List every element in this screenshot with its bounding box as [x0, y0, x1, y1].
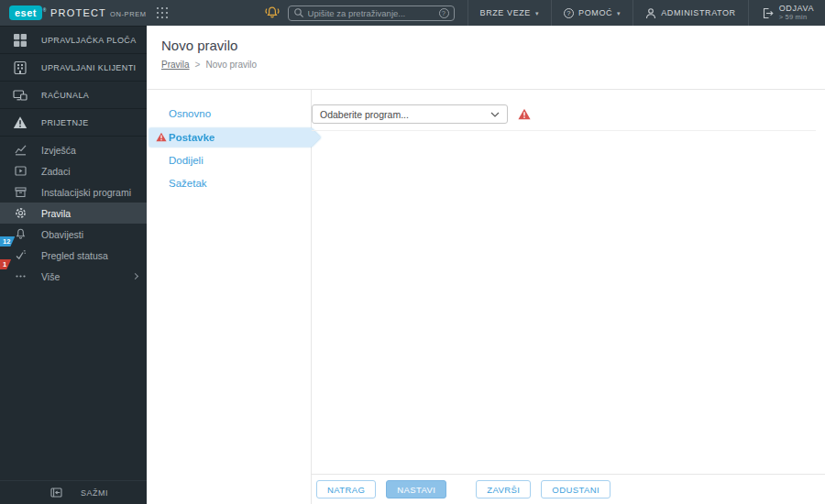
breadcrumb-link-pravila[interactable]: Pravila [161, 60, 190, 70]
sidebar-item-policies[interactable]: Pravila [0, 203, 147, 224]
logout-button[interactable]: ODJAVA > 59 min [748, 0, 825, 26]
sidebar-item-label: PRIJETNJE [41, 118, 89, 127]
wizard-step-osnovno[interactable]: Osnovno [147, 103, 311, 126]
user-icon [645, 7, 656, 19]
user-menu[interactable]: ADMINISTRATOR [632, 0, 747, 26]
policy-wizard: Osnovno Postavke Dodijeli Sažetak [147, 89, 825, 504]
quick-links-menu[interactable]: BRZE VEZE ▾ [468, 0, 552, 26]
sidebar-item-more[interactable]: Više [0, 266, 147, 287]
search-help-icon[interactable]: ? [439, 8, 449, 18]
sidebar-item-computers[interactable]: RAČUNALA [0, 82, 147, 109]
cancel-button[interactable]: ODUSTANI [541, 480, 610, 499]
sidebar-item-dashboard[interactable]: UPRAVLJAČKA PLOČA [0, 27, 147, 54]
form-divider [312, 130, 816, 131]
sidebar-item-notifications[interactable]: Obavijesti [0, 224, 147, 245]
clients-icon [13, 60, 28, 75]
dashboard-icon [13, 33, 28, 48]
search-input[interactable] [308, 8, 439, 18]
breadcrumb: Pravila > Novo pravilo [161, 60, 810, 70]
app-grid-icon[interactable] [156, 6, 169, 19]
warning-icon [156, 132, 167, 142]
global-search: ? [288, 5, 455, 21]
sidebar-item-label: Pregled statusa [41, 250, 108, 261]
more-icon [15, 270, 27, 282]
wizard-step-dodijeli[interactable]: Dodijeli [147, 149, 311, 172]
collapse-icon [50, 487, 62, 499]
sidebar-item-label: UPRAVLJANI KLIJENTI [41, 63, 136, 72]
help-label: POMOĆ [578, 8, 612, 17]
installers-icon [15, 186, 27, 198]
wizard-step-postavke[interactable]: Postavke [149, 128, 321, 147]
main-content: Novo pravilo Pravila > Novo pravilo Osno… [147, 26, 825, 504]
search-icon [293, 7, 304, 18]
eset-logo-text: eset [15, 7, 37, 18]
collapse-label: SAŽMI [81, 488, 108, 498]
wizard-footer: NATRAG NASTAVI ZAVRŠI ODUSTANI [312, 474, 825, 504]
sidebar-item-label: Više [41, 271, 60, 282]
chevron-down-icon: ▾ [617, 9, 621, 17]
sidebar-item-label: Pravila [41, 208, 71, 219]
sidebar-item-label: Obavijesti [41, 229, 83, 240]
select-warning-icon [518, 108, 531, 120]
product-name: PROTECT [50, 7, 106, 18]
program-select-value: Odaberite program... [320, 109, 490, 120]
chevron-right-icon [132, 273, 138, 279]
registered-mark: ® [43, 3, 47, 17]
program-select[interactable]: Odaberite program... [312, 104, 508, 124]
eset-logo[interactable]: eset ® [9, 5, 42, 20]
sidebar-collapse-button[interactable]: SAŽMI [0, 480, 147, 504]
logout-icon [761, 6, 775, 20]
alert-bell-icon[interactable] [264, 5, 280, 20]
tasks-icon [15, 165, 27, 177]
chevron-down-icon: ▾ [535, 9, 539, 17]
quick-links-label: BRZE VEZE [480, 8, 531, 17]
breadcrumb-separator: > [195, 60, 201, 70]
threats-icon [13, 115, 28, 129]
help-menu[interactable]: ? POMOĆ ▾ [551, 0, 632, 26]
chevron-down-icon [490, 112, 500, 117]
help-icon: ? [564, 8, 574, 18]
top-bar: eset ® PROTECT ON-PREM [0, 0, 825, 26]
sidebar-item-status-overview[interactable]: Pregled statusa [0, 245, 147, 266]
sidebar-item-reports[interactable]: Izvješća [0, 139, 147, 160]
sidebar-item-label: RAČUNALA [41, 91, 89, 100]
finish-button[interactable]: ZAVRŠI [476, 480, 531, 499]
wizard-step-sazetak[interactable]: Sažetak [147, 172, 311, 195]
sidebar-item-threats[interactable]: PRIJETNJE [0, 109, 147, 137]
sidebar-item-tasks[interactable]: Zadaci [0, 160, 147, 181]
sidebar-item-label: Izvješća [41, 145, 76, 156]
reports-icon [15, 144, 27, 156]
user-label: ADMINISTRATOR [661, 8, 735, 17]
back-button[interactable]: NATRAG [316, 480, 376, 499]
sidebar-item-label: UPRAVLJAČKA PLOČA [41, 36, 137, 45]
sidebar: UPRAVLJAČKA PLOČA UPRAVLJANI KLIJENTI [0, 26, 147, 504]
session-timeout: > 59 min [779, 13, 814, 22]
logout-label: ODJAVA [779, 4, 814, 13]
policies-icon [15, 207, 27, 219]
wizard-pane: Odaberite program... [312, 90, 825, 504]
sidebar-item-label: Instalacijski programi [41, 187, 131, 198]
sidebar-item-label: Zadaci [41, 166, 71, 177]
page-title: Novo pravilo [161, 38, 810, 53]
product-edition: ON-PREM [110, 8, 147, 18]
continue-button[interactable]: NASTAVI [386, 480, 446, 499]
breadcrumb-current: Novo pravilo [205, 60, 257, 70]
computers-icon [13, 88, 28, 103]
sidebar-item-installers[interactable]: Instalacijski programi [0, 181, 147, 203]
wizard-steps: Osnovno Postavke Dodijeli Sažetak [147, 90, 312, 504]
sidebar-item-managed-clients[interactable]: UPRAVLJANI KLIJENTI [0, 54, 147, 82]
status-icon [15, 249, 27, 261]
notifications-icon [15, 228, 27, 240]
